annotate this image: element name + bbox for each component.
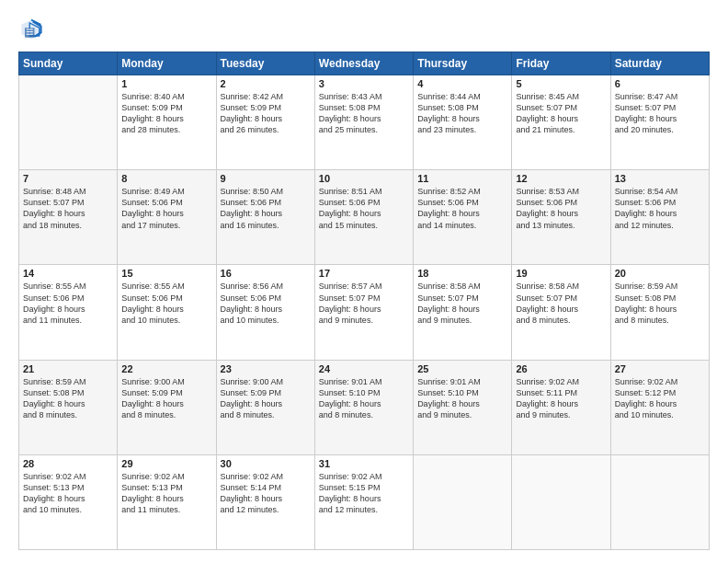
cell-info: Sunrise: 9:02 AM Sunset: 5:13 PM Dayligh…	[23, 471, 113, 516]
day-number: 31	[319, 458, 409, 469]
calendar-cell: 24Sunrise: 9:01 AM Sunset: 5:10 PM Dayli…	[314, 360, 413, 454]
day-number: 16	[221, 268, 311, 279]
cell-info: Sunrise: 9:00 AM Sunset: 5:09 PM Dayligh…	[221, 376, 311, 421]
cell-info: Sunrise: 8:51 AM Sunset: 5:06 PM Dayligh…	[319, 186, 409, 231]
day-number: 5	[516, 78, 606, 89]
calendar-cell: 3Sunrise: 8:43 AM Sunset: 5:08 PM Daylig…	[314, 75, 413, 170]
cell-info: Sunrise: 8:58 AM Sunset: 5:07 PM Dayligh…	[417, 281, 507, 326]
cell-info: Sunrise: 8:54 AM Sunset: 5:06 PM Dayligh…	[615, 186, 705, 231]
calendar-cell: 13Sunrise: 8:54 AM Sunset: 5:06 PM Dayli…	[610, 170, 709, 265]
page: SundayMondayTuesdayWednesdayThursdayFrid…	[0, 0, 728, 563]
cell-info: Sunrise: 8:50 AM Sunset: 5:06 PM Dayligh…	[221, 186, 311, 231]
day-number: 7	[23, 173, 113, 184]
cell-info: Sunrise: 8:56 AM Sunset: 5:06 PM Dayligh…	[221, 281, 311, 326]
calendar-cell	[512, 454, 610, 549]
cell-info: Sunrise: 9:02 AM Sunset: 5:14 PM Dayligh…	[221, 471, 311, 516]
calendar-cell: 2Sunrise: 8:42 AM Sunset: 5:09 PM Daylig…	[216, 75, 314, 170]
calendar-week-row: 7Sunrise: 8:48 AM Sunset: 5:07 PM Daylig…	[19, 170, 710, 265]
day-number: 11	[417, 173, 507, 184]
calendar-cell: 1Sunrise: 8:40 AM Sunset: 5:09 PM Daylig…	[118, 75, 216, 170]
cell-info: Sunrise: 9:01 AM Sunset: 5:10 PM Dayligh…	[319, 376, 409, 421]
cell-info: Sunrise: 9:01 AM Sunset: 5:10 PM Dayligh…	[417, 376, 507, 421]
cell-info: Sunrise: 8:55 AM Sunset: 5:06 PM Dayligh…	[121, 281, 211, 326]
cell-info: Sunrise: 8:53 AM Sunset: 5:06 PM Dayligh…	[516, 186, 606, 231]
calendar-cell: 19Sunrise: 8:58 AM Sunset: 5:07 PM Dayli…	[512, 265, 610, 360]
calendar-cell	[610, 454, 709, 549]
day-number: 28	[23, 458, 113, 469]
day-number: 12	[516, 173, 606, 184]
calendar-header-row: SundayMondayTuesdayWednesdayThursdayFrid…	[19, 52, 710, 75]
calendar-cell: 6Sunrise: 8:47 AM Sunset: 5:07 PM Daylig…	[610, 75, 709, 170]
calendar-cell: 30Sunrise: 9:02 AM Sunset: 5:14 PM Dayli…	[216, 454, 314, 549]
calendar-header-friday: Friday	[512, 52, 610, 75]
calendar-cell: 28Sunrise: 9:02 AM Sunset: 5:13 PM Dayli…	[19, 454, 118, 549]
calendar-cell: 7Sunrise: 8:48 AM Sunset: 5:07 PM Daylig…	[19, 170, 118, 265]
day-number: 29	[121, 458, 211, 469]
calendar-cell: 25Sunrise: 9:01 AM Sunset: 5:10 PM Dayli…	[414, 360, 512, 454]
calendar-cell: 17Sunrise: 8:57 AM Sunset: 5:07 PM Dayli…	[314, 265, 413, 360]
calendar-cell: 27Sunrise: 9:02 AM Sunset: 5:12 PM Dayli…	[610, 360, 709, 454]
day-number: 1	[121, 78, 211, 89]
calendar-header-thursday: Thursday	[414, 52, 512, 75]
calendar-cell: 20Sunrise: 8:59 AM Sunset: 5:08 PM Dayli…	[610, 265, 709, 360]
calendar-header-wednesday: Wednesday	[314, 52, 413, 75]
day-number: 23	[221, 363, 311, 374]
day-number: 22	[121, 363, 211, 374]
day-number: 20	[615, 268, 705, 279]
calendar-week-row: 21Sunrise: 8:59 AM Sunset: 5:08 PM Dayli…	[19, 360, 710, 454]
calendar-cell: 22Sunrise: 9:00 AM Sunset: 5:09 PM Dayli…	[118, 360, 216, 454]
calendar-cell: 9Sunrise: 8:50 AM Sunset: 5:06 PM Daylig…	[216, 170, 314, 265]
cell-info: Sunrise: 9:02 AM Sunset: 5:12 PM Dayligh…	[615, 376, 705, 421]
day-number: 27	[615, 363, 705, 374]
day-number: 18	[417, 268, 507, 279]
cell-info: Sunrise: 9:00 AM Sunset: 5:09 PM Dayligh…	[121, 376, 211, 421]
calendar-table: SundayMondayTuesdayWednesdayThursdayFrid…	[18, 52, 710, 550]
calendar-cell: 15Sunrise: 8:55 AM Sunset: 5:06 PM Dayli…	[118, 265, 216, 360]
calendar-cell: 23Sunrise: 9:00 AM Sunset: 5:09 PM Dayli…	[216, 360, 314, 454]
cell-info: Sunrise: 8:55 AM Sunset: 5:06 PM Dayligh…	[23, 281, 113, 326]
calendar-header-tuesday: Tuesday	[216, 52, 314, 75]
cell-info: Sunrise: 8:59 AM Sunset: 5:08 PM Dayligh…	[615, 281, 705, 326]
calendar-cell: 14Sunrise: 8:55 AM Sunset: 5:06 PM Dayli…	[19, 265, 118, 360]
calendar-cell: 11Sunrise: 8:52 AM Sunset: 5:06 PM Dayli…	[414, 170, 512, 265]
cell-info: Sunrise: 8:42 AM Sunset: 5:09 PM Dayligh…	[221, 91, 311, 136]
calendar-cell: 5Sunrise: 8:45 AM Sunset: 5:07 PM Daylig…	[512, 75, 610, 170]
cell-info: Sunrise: 9:02 AM Sunset: 5:11 PM Dayligh…	[516, 376, 606, 421]
cell-info: Sunrise: 8:40 AM Sunset: 5:09 PM Dayligh…	[121, 91, 211, 136]
day-number: 6	[615, 78, 705, 89]
cell-info: Sunrise: 8:43 AM Sunset: 5:08 PM Dayligh…	[319, 91, 409, 136]
cell-info: Sunrise: 9:02 AM Sunset: 5:13 PM Dayligh…	[121, 471, 211, 516]
header	[18, 17, 710, 42]
calendar-cell: 26Sunrise: 9:02 AM Sunset: 5:11 PM Dayli…	[512, 360, 610, 454]
calendar-header-sunday: Sunday	[19, 52, 118, 75]
day-number: 10	[319, 173, 409, 184]
day-number: 26	[516, 363, 606, 374]
day-number: 25	[417, 363, 507, 374]
day-number: 8	[121, 173, 211, 184]
calendar-cell: 16Sunrise: 8:56 AM Sunset: 5:06 PM Dayli…	[216, 265, 314, 360]
day-number: 21	[23, 363, 113, 374]
day-number: 17	[319, 268, 409, 279]
calendar-cell: 21Sunrise: 8:59 AM Sunset: 5:08 PM Dayli…	[19, 360, 118, 454]
cell-info: Sunrise: 8:45 AM Sunset: 5:07 PM Dayligh…	[516, 91, 606, 136]
calendar-cell: 12Sunrise: 8:53 AM Sunset: 5:06 PM Dayli…	[512, 170, 610, 265]
cell-info: Sunrise: 8:44 AM Sunset: 5:08 PM Dayligh…	[417, 91, 507, 136]
day-number: 9	[221, 173, 311, 184]
calendar-week-row: 14Sunrise: 8:55 AM Sunset: 5:06 PM Dayli…	[19, 265, 710, 360]
day-number: 19	[516, 268, 606, 279]
calendar-week-row: 1Sunrise: 8:40 AM Sunset: 5:09 PM Daylig…	[19, 75, 710, 170]
day-number: 4	[417, 78, 507, 89]
day-number: 2	[221, 78, 311, 89]
cell-info: Sunrise: 8:58 AM Sunset: 5:07 PM Dayligh…	[516, 281, 606, 326]
calendar-cell	[19, 75, 118, 170]
day-number: 30	[221, 458, 311, 469]
logo	[18, 17, 48, 42]
day-number: 14	[23, 268, 113, 279]
calendar-cell: 4Sunrise: 8:44 AM Sunset: 5:08 PM Daylig…	[414, 75, 512, 170]
cell-info: Sunrise: 8:57 AM Sunset: 5:07 PM Dayligh…	[319, 281, 409, 326]
calendar-header-saturday: Saturday	[610, 52, 709, 75]
cell-info: Sunrise: 8:52 AM Sunset: 5:06 PM Dayligh…	[417, 186, 507, 231]
calendar-cell: 18Sunrise: 8:58 AM Sunset: 5:07 PM Dayli…	[414, 265, 512, 360]
calendar-header-monday: Monday	[118, 52, 216, 75]
cell-info: Sunrise: 8:47 AM Sunset: 5:07 PM Dayligh…	[615, 91, 705, 136]
